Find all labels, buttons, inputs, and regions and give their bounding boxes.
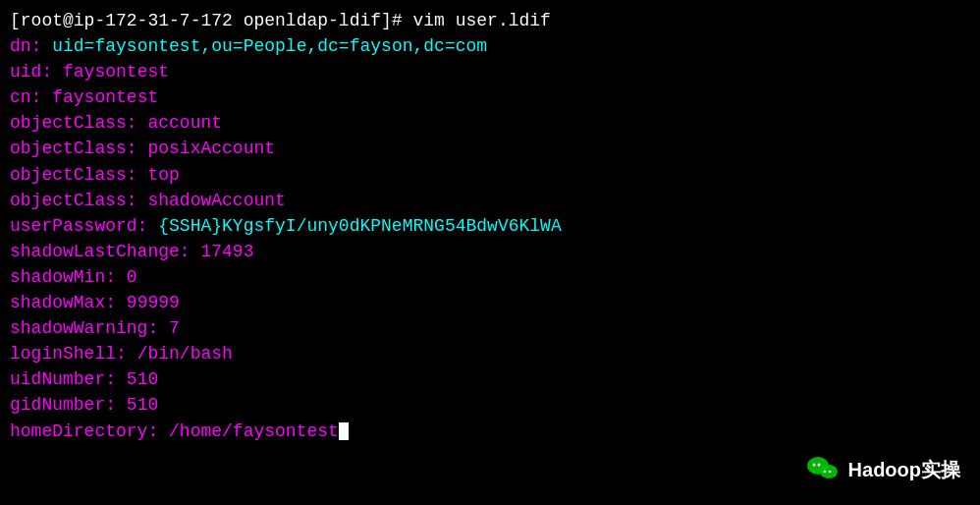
terminal-line-shadowlastchange: shadowLastChange: 17493 — [10, 239, 970, 264]
line-part-dn-1: uid=faysontest,ou=People,dc=fayson,dc=co… — [52, 36, 487, 56]
terminal-line-uid: uid: faysontest — [10, 59, 970, 84]
line-part-shadowmin-0: shadowMin: — [10, 267, 127, 287]
terminal-line-shadowwarning: shadowWarning: 7 — [10, 315, 970, 341]
terminal-line-loginshell: loginShell: /bin/bash — [10, 341, 970, 366]
terminal-line-shadowmax: shadowMax: 99999 — [10, 290, 970, 315]
line-part-shadowlastchange-1: 17493 — [200, 242, 253, 261]
line-part-objectclass4-0: objectClass: — [10, 191, 147, 210]
line-part-uidnumber-0: uidNumber: — [10, 369, 127, 389]
terminal-line-dn: dn: uid=faysontest,ou=People,dc=fayson,d… — [10, 33, 970, 59]
line-part-objectclass3-0: objectClass: — [10, 165, 147, 185]
line-part-dn-0: dn: — [10, 36, 52, 56]
terminal-line-userpassword: userPassword: {SSHA}KYgsfyI/uny0dKPNeMRN… — [10, 213, 970, 239]
line-part-loginshell-0: loginShell: — [10, 344, 137, 364]
line-part-cn-0: cn: — [10, 87, 52, 107]
line-part-objectclass3-1: top — [147, 165, 179, 185]
line-part-prompt-1: vim user.ldif — [412, 11, 550, 30]
watermark: Hadoop实操 — [805, 452, 960, 487]
line-part-shadowwarning-1: 7 — [169, 318, 180, 338]
line-part-shadowmin-1: 0 — [127, 267, 137, 287]
line-part-prompt-0: [root@ip-172-31-7-172 openldap-ldif]# — [10, 11, 412, 30]
line-part-uidnumber-1: 510 — [127, 369, 158, 389]
line-part-userpassword-0: userPassword: — [10, 216, 158, 236]
svg-point-5 — [828, 471, 831, 474]
line-part-objectclass1-0: objectClass: — [10, 113, 147, 133]
terminal-line-shadowmin: shadowMin: 0 — [10, 264, 970, 290]
line-part-uid-0: uid: — [10, 62, 63, 82]
watermark-text: Hadoop实操 — [848, 457, 960, 483]
svg-point-4 — [823, 471, 826, 474]
line-part-gidnumber-1: 510 — [127, 395, 158, 415]
line-part-shadowlastchange-0: shadowLastChange: — [10, 242, 200, 261]
line-part-shadowmax-0: shadowMax: — [10, 293, 127, 312]
line-part-homedirectory-0: homeDirectory: — [10, 421, 169, 441]
terminal-line-objectclass2: objectClass: posixAccount — [10, 136, 970, 161]
line-part-userpassword-1: {SSHA}KYgsfyI/uny0dKPNeMRNG54BdwV6KlWA — [158, 216, 561, 236]
terminal-line-objectclass1: objectClass: account — [10, 110, 970, 136]
terminal-line-objectclass4: objectClass: shadowAccount — [10, 188, 970, 213]
terminal-line-homedirectory: homeDirectory: /home/faysontest — [10, 419, 970, 444]
line-part-shadowwarning-0: shadowWarning: — [10, 318, 169, 338]
terminal-line-objectclass3: objectClass: top — [10, 162, 970, 188]
terminal-line-prompt: [root@ip-172-31-7-172 openldap-ldif]# vi… — [10, 8, 970, 33]
terminal-window: [root@ip-172-31-7-172 openldap-ldif]# vi… — [0, 0, 980, 505]
line-part-uid-1: faysontest — [63, 62, 169, 82]
line-part-loginshell-1: /bin/bash — [137, 344, 233, 364]
line-part-homedirectory-1: /home/faysontest — [169, 421, 339, 441]
line-part-objectclass2-0: objectClass: — [10, 139, 147, 158]
wechat-icon — [805, 452, 841, 487]
line-part-gidnumber-0: gidNumber: — [10, 395, 127, 415]
line-part-objectclass4-1: shadowAccount — [147, 191, 285, 210]
terminal-line-cn: cn: faysontest — [10, 84, 970, 110]
line-part-objectclass2-1: posixAccount — [147, 139, 275, 158]
terminal-line-gidnumber: gidNumber: 510 — [10, 392, 970, 418]
cursor — [339, 422, 349, 440]
line-part-objectclass1-1: account — [147, 113, 222, 133]
svg-point-3 — [817, 464, 820, 467]
svg-point-2 — [812, 464, 815, 467]
terminal-line-uidnumber: uidNumber: 510 — [10, 366, 970, 392]
line-part-cn-1: faysontest — [52, 87, 158, 107]
line-part-shadowmax-1: 99999 — [127, 293, 180, 312]
